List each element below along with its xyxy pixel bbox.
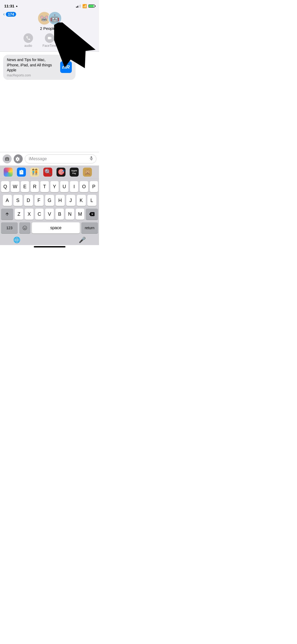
status-bar: 11:31 ▲ 📶 (0, 0, 99, 10)
key-u[interactable]: U (60, 181, 68, 192)
key-q[interactable]: Q (1, 181, 9, 192)
facetime-label: FaceTime (43, 44, 56, 48)
key-n[interactable]: N (65, 209, 74, 220)
key-k[interactable]: K (77, 195, 86, 206)
monkey-app-icon[interactable]: 🙊 (83, 168, 92, 177)
keyboard-row-1: Q W E R T Y U I O P (1, 181, 98, 192)
emoji-key[interactable] (19, 222, 30, 233)
info-label: info (68, 44, 73, 48)
key-e[interactable]: E (21, 181, 29, 192)
photos-app-icon[interactable] (4, 168, 13, 177)
status-time: 11:31 ▲ (4, 4, 18, 8)
key-l[interactable]: L (87, 195, 96, 206)
memoji-app-icon[interactable]: 🧑‍🤝‍🧑 (30, 168, 39, 177)
battery-fill (89, 5, 94, 7)
keyboard-bottom-row: 123 space return (1, 222, 98, 233)
group-avatars[interactable]: 🐭 🤖 (37, 11, 62, 25)
input-bar: iMessage (0, 152, 99, 165)
audio-button[interactable]: audio (23, 33, 33, 48)
key-d[interactable]: D (24, 195, 33, 206)
key-g[interactable]: G (45, 195, 54, 206)
bottom-system-bar: 🌐 🎤 (0, 236, 99, 245)
delete-key[interactable] (86, 209, 98, 220)
conversation-header: ‹ 174 🐭 🤖 2 People ⌄ audio (0, 10, 99, 51)
key-y[interactable]: Y (50, 181, 59, 192)
input-placeholder: iMessage (29, 157, 47, 161)
key-j[interactable]: J (66, 195, 75, 206)
action-buttons: audio FaceTime info (23, 33, 76, 49)
voice-input-icon[interactable] (89, 156, 94, 162)
key-m[interactable]: M (76, 209, 84, 220)
info-button[interactable]: info (66, 33, 76, 48)
audio-icon (23, 33, 33, 43)
chevron-down-icon: ⌄ (56, 27, 59, 30)
keyboard-row-3: Z X C V B N M (1, 209, 98, 220)
appstore-small-button[interactable] (14, 154, 23, 163)
message-brand-icon: mR (60, 61, 72, 73)
key-h[interactable]: H (56, 195, 65, 206)
key-o[interactable]: O (80, 181, 88, 192)
key-t[interactable]: T (40, 181, 49, 192)
return-key[interactable]: return (81, 222, 98, 233)
fitness-app-icon[interactable]: 🎯 (56, 168, 65, 177)
key-c[interactable]: C (35, 209, 44, 220)
group-name-text: 2 People (40, 26, 55, 31)
status-icons: 📶 (76, 4, 95, 8)
time-display: 11:31 (4, 4, 14, 8)
key-s[interactable]: S (13, 195, 22, 206)
search-app-icon[interactable]: 🔍 (43, 168, 52, 177)
svg-rect-2 (91, 156, 92, 159)
numbers-key[interactable]: 123 (1, 222, 18, 233)
shift-key[interactable] (1, 209, 13, 220)
key-b[interactable]: B (55, 209, 64, 220)
signal-bars-icon (76, 4, 81, 8)
key-f[interactable]: F (35, 195, 44, 206)
key-w[interactable]: W (11, 181, 19, 192)
key-r[interactable]: R (31, 181, 39, 192)
group-name[interactable]: 2 People ⌄ (40, 26, 59, 31)
back-count-badge[interactable]: 174 (6, 12, 16, 17)
microphone-icon[interactable]: 🎤 (79, 237, 86, 243)
facetime-icon (45, 33, 54, 43)
key-a[interactable]: A (3, 195, 12, 206)
applepay-app-icon[interactable]: ApplePay (70, 168, 79, 177)
key-v[interactable]: V (45, 209, 54, 220)
page-wrapper: 11:31 ▲ 📶 ‹ 174 🐭 🤖 2 People ⌄ (0, 0, 99, 247)
messages-area: News and Tips for Mac, iPhone, iPad, and… (0, 52, 99, 99)
home-indicator (34, 246, 65, 247)
key-x[interactable]: X (25, 209, 34, 220)
wifi-icon: 📶 (82, 4, 87, 8)
info-icon (66, 33, 76, 43)
message-bubble: News and Tips for Mac, iPhone, iPad, and… (3, 55, 76, 80)
key-p[interactable]: P (90, 181, 98, 192)
space-key[interactable]: space (32, 222, 80, 233)
key-i[interactable]: I (70, 181, 78, 192)
battery-icon (88, 4, 95, 8)
back-button[interactable]: ‹ 174 (3, 11, 16, 17)
keyboard: Q W E R T Y U I O P A S D F G H J K L (0, 179, 99, 236)
empty-chat-area (0, 99, 99, 152)
keyboard-row-2: A S D F G H J K L (1, 195, 98, 206)
key-z[interactable]: Z (15, 209, 23, 220)
facetime-button[interactable]: FaceTime (43, 33, 56, 48)
message-input-field[interactable]: iMessage (25, 154, 96, 163)
location-arrow-icon: ▲ (15, 4, 18, 7)
avatar-second: 🤖 (48, 11, 62, 25)
globe-icon[interactable]: 🌐 (13, 237, 20, 243)
camera-button[interactable] (3, 154, 12, 163)
appstore-app-icon[interactable] (17, 168, 26, 177)
audio-label: audio (24, 44, 32, 48)
message-text: News and Tips for Mac, iPhone, iPad, and… (7, 57, 58, 73)
app-shortcuts-row: 🧑‍🤝‍🧑 🔍 🎯 ApplePay 🙊 (0, 165, 99, 179)
message-link: macReports.com (7, 73, 58, 77)
